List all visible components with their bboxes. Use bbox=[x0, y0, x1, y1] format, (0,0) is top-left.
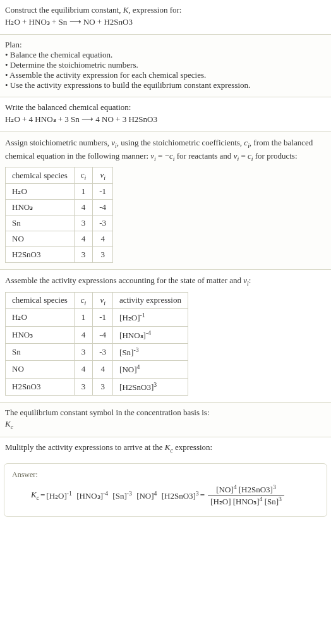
cell-vi: 4 bbox=[93, 231, 113, 247]
plan-bullet-2: • Determine the stoichiometric numbers. bbox=[5, 60, 326, 70]
activity-table: chemical species ci νi activity expressi… bbox=[5, 292, 188, 396]
col-ci: ci bbox=[74, 292, 93, 309]
balanced-label: Write the balanced chemical equation: bbox=[5, 102, 326, 112]
cell-ci: 4 bbox=[74, 361, 93, 378]
table-row: Sn 3 -3 [Sn]-3 bbox=[6, 343, 188, 360]
cell-ci: 3 bbox=[74, 247, 93, 263]
prompt-line1: Construct the equilibrium constant, K, e… bbox=[5, 5, 326, 15]
cell-vi: 3 bbox=[93, 247, 113, 263]
cell-ci: 3 bbox=[74, 216, 93, 231]
cell-activity: [HNO₃]-4 bbox=[113, 326, 188, 343]
cell-vi: -4 bbox=[93, 200, 113, 216]
table-row: H₂O 1 -1 [H₂O]-1 bbox=[6, 309, 188, 326]
fraction-numerator: [NO]4 [H2SnO3]3 bbox=[208, 483, 284, 495]
balanced-equation: H₂O + 4 HNO₃ + 3 Sn ⟶ 4 NO + 3 H2SnO3 bbox=[5, 114, 326, 125]
table-row: H2SnO3 3 3 [H2SnO3]3 bbox=[6, 378, 188, 395]
cell-vi: 3 bbox=[93, 378, 113, 395]
stoich-intro: Assign stoichiometric numbers, νi, using… bbox=[5, 137, 326, 162]
cell-activity: [Sn]-3 bbox=[113, 343, 188, 360]
term-hno3: [HNO₃]-4 bbox=[76, 490, 108, 501]
plan-bullet-3: • Assemble the activity expression for e… bbox=[5, 70, 326, 80]
col-vi: νi bbox=[93, 292, 113, 309]
cell-ci: 1 bbox=[74, 309, 93, 326]
table-row: Sn 3 -3 bbox=[6, 216, 113, 231]
answer-box: Answer: Kc = [H₂O]-1 [HNO₃]-4 [Sn]-3 [NO… bbox=[4, 463, 327, 517]
kc-symbol: Kc bbox=[5, 419, 326, 430]
cell-species: H2SnO3 bbox=[6, 247, 75, 263]
cell-activity: [H2SnO3]3 bbox=[113, 378, 188, 395]
plan-bullet-1: • Balance the chemical equation. bbox=[5, 50, 326, 60]
multiply-label: Mulitply the activity expressions to arr… bbox=[5, 442, 326, 454]
cell-species: NO bbox=[6, 361, 75, 378]
balanced-block: Write the balanced chemical equation: H₂… bbox=[0, 97, 331, 131]
plan-bullet-4: • Use the activity expressions to build … bbox=[5, 80, 326, 90]
cell-vi: 4 bbox=[93, 361, 113, 378]
multiply-block: Mulitply the activity expressions to arr… bbox=[0, 437, 331, 461]
cell-vi: -4 bbox=[93, 326, 113, 343]
table-row: H₂O 1 -1 bbox=[6, 184, 113, 200]
answer-equation: Kc = [H₂O]-1 [HNO₃]-4 [Sn]-3 [NO]4 [H2Sn… bbox=[12, 483, 319, 507]
prompt-reaction: H₂O + HNO₃ + Sn ⟶ NO + H2SnO3 bbox=[5, 16, 326, 28]
activity-intro: Assemble the activity expressions accoun… bbox=[5, 275, 326, 288]
cell-species: HNO₃ bbox=[6, 326, 75, 343]
cell-vi: -1 bbox=[93, 309, 113, 326]
term-no: [NO]4 bbox=[136, 490, 157, 501]
kc-symbol-label: The equilibrium constant symbol in the c… bbox=[5, 408, 326, 418]
cell-species: H₂O bbox=[6, 309, 75, 326]
plan-title: Plan: bbox=[5, 40, 326, 50]
cell-species: HNO₃ bbox=[6, 200, 75, 216]
cell-species: H2SnO3 bbox=[6, 378, 75, 395]
col-species: chemical species bbox=[6, 292, 75, 309]
table-row: H2SnO3 3 3 bbox=[6, 247, 113, 263]
cell-vi: -3 bbox=[93, 343, 113, 360]
cell-ci: 4 bbox=[74, 231, 93, 247]
col-species: chemical species bbox=[6, 167, 75, 184]
table-row: NO 4 4 bbox=[6, 231, 113, 247]
answer-title: Answer: bbox=[12, 470, 319, 480]
cell-vi: -3 bbox=[93, 216, 113, 231]
fraction-denominator: [H₂O] [HNO₃]4 [Sn]3 bbox=[208, 495, 284, 507]
equals-sign-2: = bbox=[200, 490, 205, 501]
stoich-block: Assign stoichiometric numbers, νi, using… bbox=[0, 131, 331, 270]
cell-ci: 3 bbox=[74, 343, 93, 360]
equals-sign: = bbox=[40, 490, 45, 501]
cell-ci: 3 bbox=[74, 378, 93, 395]
activity-block: Assemble the activity expressions accoun… bbox=[0, 270, 331, 401]
table-header-row: chemical species ci νi bbox=[6, 167, 113, 184]
cell-species: Sn bbox=[6, 343, 75, 360]
kc-symbol-block: The equilibrium constant symbol in the c… bbox=[0, 402, 331, 437]
cell-activity: [NO]4 bbox=[113, 361, 188, 378]
term-h2o: [H₂O]-1 bbox=[46, 490, 72, 501]
col-vi: νi bbox=[93, 167, 113, 184]
kc-var: Kc bbox=[31, 490, 39, 501]
cell-activity: [H₂O]-1 bbox=[113, 309, 188, 326]
stoich-table: chemical species ci νi H₂O 1 -1 HNO₃ 4 -… bbox=[5, 167, 113, 264]
cell-ci: 4 bbox=[74, 200, 93, 216]
cell-species: H₂O bbox=[6, 184, 75, 200]
term-h2sno3: [H2SnO3]3 bbox=[162, 490, 199, 501]
prompt-block: Construct the equilibrium constant, K, e… bbox=[0, 0, 331, 34]
table-header-row: chemical species ci νi activity expressi… bbox=[6, 292, 188, 309]
cell-species: NO bbox=[6, 231, 75, 247]
table-row: NO 4 4 [NO]4 bbox=[6, 361, 188, 378]
cell-species: Sn bbox=[6, 216, 75, 231]
table-row: HNO₃ 4 -4 [HNO₃]-4 bbox=[6, 326, 188, 343]
col-ci: ci bbox=[74, 167, 93, 184]
cell-ci: 1 bbox=[74, 184, 93, 200]
plan-block: Plan: • Balance the chemical equation. •… bbox=[0, 34, 331, 97]
kc-fraction: [NO]4 [H2SnO3]3 [H₂O] [HNO₃]4 [Sn]3 bbox=[208, 483, 284, 507]
table-row: HNO₃ 4 -4 bbox=[6, 200, 113, 216]
col-activity: activity expression bbox=[113, 292, 188, 309]
cell-vi: -1 bbox=[93, 184, 113, 200]
term-sn: [Sn]-3 bbox=[112, 490, 132, 501]
cell-ci: 4 bbox=[74, 326, 93, 343]
